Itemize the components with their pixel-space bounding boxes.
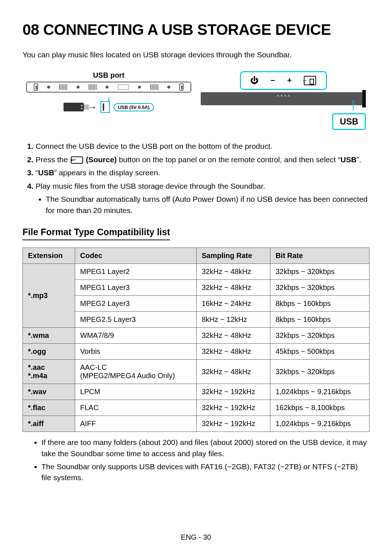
usb-port-label: USB port [26,71,191,79]
plus-icon: + [287,76,292,85]
cell-rate: 8kHz ~ 12kHz [196,312,270,328]
top-panel-buttons-illustration: ⏻ − + [240,71,327,90]
th-sampling-rate: Sampling Rate [196,248,270,264]
cell-rate: 32kHz ~ 192kHz [196,384,270,400]
step-2-text-b: button on the top panel or on the remote… [117,155,340,164]
step-2-text-a: Press the [36,155,70,164]
led-dot-icon [167,86,170,89]
step-1: Connect the USB device to the USB port o… [36,141,369,152]
led-dot-icon [138,86,141,89]
page-footer: ENG - 30 [0,533,392,541]
cell-bit: 8kbps ~ 160kbps [270,296,369,312]
diagrams-row: USB port → USB (5V 0.5A) [23,71,369,130]
step-3-text-a: “ [36,168,38,177]
usb-port-icon [101,101,110,113]
cell-codec: FLAC [75,400,196,416]
usb-display-badge: USB [332,113,366,130]
note-2: The Soundbar only supports USB devices w… [41,461,369,483]
display-icon [118,85,129,90]
table-row: *.aiff AIFF 32kHz ~ 192kHz 1,024kbps ~ 9… [23,416,369,432]
cell-bit: 8kbps ~ 160kbps [270,312,369,328]
minus-icon: − [270,76,275,85]
grille-icon [59,84,67,90]
page-title: 08 CONNECTING A USB STORAGE DEVICE [23,21,369,38]
source-button-icon [304,76,316,85]
cell-bit: 32kbps ~ 320kbps [270,264,369,280]
speaker-icon [34,83,38,91]
step-3-usb-label: USB [38,168,54,177]
step-3-text-b: ” appears in the display screen. [54,168,160,177]
cell-codec: AIFF [75,416,196,432]
cell-bit: 32kbps ~ 320kbps [270,280,369,296]
cell-bit: 162kbps ~ 8,100kbps [270,400,369,416]
led-dot-icon [47,86,50,89]
cell-codec: MPEG2 Layer3 [75,296,196,312]
cell-extension: *.aiff [23,416,75,432]
diagram-source-select: ⏻ − + USB [201,71,366,130]
speaker-icon [179,83,184,91]
table-row: *.wma WMA7/8/9 32kHz ~ 48kHz 32kbps ~ 32… [23,328,369,344]
table-row: *.flac FLAC 32kHz ~ 192kHz 162kbps ~ 8,1… [23,400,369,416]
note-1: If there are too many folders (about 200… [41,437,369,459]
cell-extension: *.flac [23,400,75,416]
steps-list: Connect the USB device to the USB port o… [23,141,369,216]
grille-icon [89,84,97,90]
diagram-usb-port: USB port → USB (5V 0.5A) [26,71,191,130]
table-row: *.wav LPCM 32kHz ~ 192kHz 1,024kbps ~ 9,… [23,384,369,400]
cell-codec: MPEG2.5 Layer3 [75,312,196,328]
step-2-source-label: (Source) [84,155,117,164]
callout-line-icon [353,100,354,110]
soundbar-top-illustration [26,82,191,93]
step-4-text: Play music files from the USB storage de… [36,182,265,190]
cell-rate: 32kHz ~ 48kHz [196,360,270,384]
cell-codec: MPEG1 Layer3 [75,280,196,296]
step-4: Play music files from the USB storage de… [36,181,369,216]
cell-codec: AAC-LC (MPEG2/MPEG4 Audio Only) [75,360,196,384]
cell-codec: WMA7/8/9 [75,328,196,344]
table-row: *.aac *.m4a AAC-LC (MPEG2/MPEG4 Audio On… [23,360,369,384]
step-2-usb-label: USB [340,155,356,164]
led-dot-icon [77,86,79,89]
cell-bit: 45kbps ~ 500kbps [270,344,369,360]
cell-extension: *.wma [23,328,75,344]
source-button-icon [71,156,83,164]
step-3: “USB” appears in the display screen. [36,167,369,178]
th-codec: Codec [75,248,196,264]
cell-rate: 32kHz ~ 48kHz [196,280,270,296]
cell-extension: *.wav [23,384,75,400]
usb-insert-illustration: → USB (5V 0.5A) [26,101,191,113]
step-2-text-c: ”. [356,155,361,164]
led-dot-icon [106,86,109,89]
soundbar-body-illustration [201,92,366,105]
step-4-note: The Soundbar automatically turns off (Au… [46,194,369,216]
usb-port-badge: USB (5V 0.5A) [114,103,154,111]
cell-rate: 32kHz ~ 192kHz [196,400,270,416]
cell-rate: 32kHz ~ 192kHz [196,416,270,432]
cell-bit: 32kbps ~ 320kbps [270,360,369,384]
step-2: Press the (Source) button on the top pan… [36,154,369,165]
table-row: MPEG2.5 Layer3 8kHz ~ 12kHz 8kbps ~ 160k… [23,312,369,328]
cell-bit: 32kbps ~ 320kbps [270,328,369,344]
usb-stick-icon [64,103,84,111]
compat-heading: File Format Type Compatibility list [23,227,170,240]
intro-text: You can play music files located on USB … [23,49,369,60]
cell-codec: MPEG1 Layer2 [75,264,196,280]
table-header-row: Extension Codec Sampling Rate Bit Rate [23,248,369,264]
cell-extension: *.aac *.m4a [23,360,75,384]
cell-extension: *.ogg [23,344,75,360]
cell-bit: 1,024kbps ~ 9,216kbps [270,416,369,432]
cell-rate: 32kHz ~ 48kHz [196,328,270,344]
table-row: MPEG2 Layer3 16kHz ~ 24kHz 8kbps ~ 160kb… [23,296,369,312]
cell-rate: 16kHz ~ 24kHz [196,296,270,312]
cell-rate: 32kHz ~ 48kHz [196,264,270,280]
power-icon: ⏻ [250,76,258,85]
notes-list: If there are too many folders (about 200… [23,437,369,483]
cell-rate: 32kHz ~ 48kHz [196,344,270,360]
grille-icon [150,84,158,90]
th-extension: Extension [23,248,75,264]
cell-bit: 1,024kbps ~ 9,216kbps [270,384,369,400]
cell-codec: LPCM [75,384,196,400]
compat-table: Extension Codec Sampling Rate Bit Rate *… [23,248,369,432]
th-bit-rate: Bit Rate [270,248,369,264]
cell-codec: Vorbis [75,344,196,360]
